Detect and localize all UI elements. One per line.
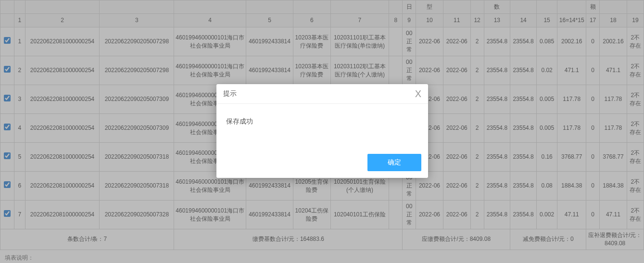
close-icon[interactable]: X	[415, 89, 421, 99]
dialog: 提示 X 保存成功 确定	[216, 84, 428, 178]
dialog-title: 提示	[223, 89, 237, 98]
confirm-button[interactable]: 确定	[367, 154, 421, 171]
dialog-footer: 确定	[216, 149, 428, 178]
dialog-message: 保存成功	[216, 104, 428, 149]
dialog-header: 提示 X	[216, 84, 428, 104]
